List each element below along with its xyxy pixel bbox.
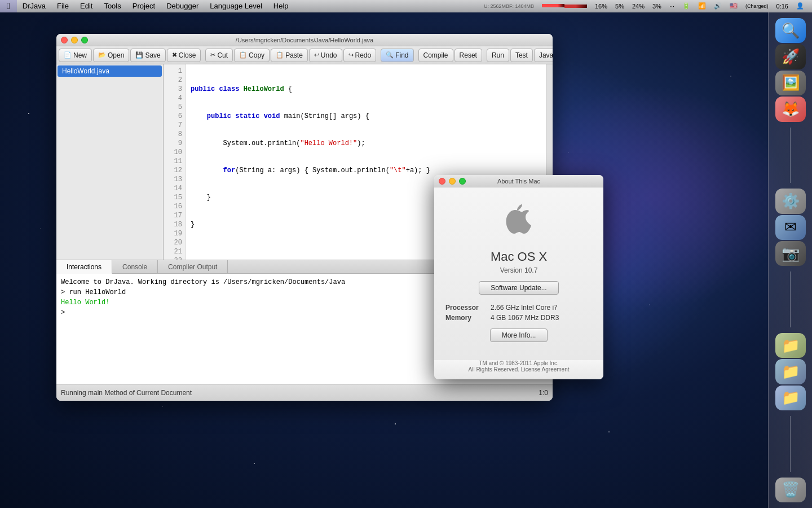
line-10: 10 — [164, 148, 186, 157]
line-17: 17 — [164, 211, 186, 220]
line-8: 8 — [164, 130, 186, 139]
about-window-controls — [439, 178, 466, 185]
menubar-drjava[interactable]: DrJava — [17, 0, 51, 12]
dock-item-photos[interactable]: 🖼️ — [775, 71, 806, 95]
camera-icon: 📷 — [782, 245, 800, 262]
close-button[interactable] — [61, 37, 68, 43]
os-version: Version 10.7 — [445, 266, 592, 274]
about-title: About This Mac — [497, 178, 540, 185]
menubar-file[interactable]: File — [51, 0, 74, 12]
save-button[interactable]: 💾 Save — [130, 49, 165, 62]
line-2: 2 — [164, 76, 186, 85]
user-icon: 👤 — [793, 0, 807, 12]
star-7 — [254, 463, 255, 464]
os-name: Mac OS X — [445, 249, 592, 264]
dock-divider-2 — [790, 271, 791, 327]
menubar-tools[interactable]: Tools — [98, 0, 126, 12]
star-4 — [395, 423, 396, 424]
footer-line-1: TM and © 1983-2011 Apple Inc. — [445, 360, 592, 366]
line-11: 11 — [164, 157, 186, 166]
line-21: 21 — [164, 247, 186, 256]
tab-console[interactable]: Console — [112, 260, 158, 274]
about-minimize-button[interactable] — [449, 178, 456, 185]
about-maximize-button[interactable] — [459, 178, 466, 185]
system-prefs-icon: ⚙️ — [782, 192, 800, 210]
apple-menu[interactable]:  — [0, 0, 17, 12]
tab-interactions[interactable]: Interactions — [56, 260, 112, 274]
compile-button[interactable]: Compile — [418, 49, 453, 62]
menubar-language-level[interactable]: Language Level — [204, 0, 268, 12]
copy-button[interactable]: 📋 Copy — [234, 49, 270, 62]
menubar-edit[interactable]: Edit — [74, 0, 98, 12]
about-close-button[interactable] — [439, 178, 445, 185]
mem-pct: 5% — [612, 0, 628, 12]
line-5: 5 — [164, 103, 186, 112]
drjava-titlebar: /Users/mgricken/Documents/Java/HelloWorl… — [56, 34, 553, 46]
menubar-help[interactable]: Help — [268, 0, 294, 12]
firefox-icon: 🦊 — [782, 100, 800, 118]
line-9: 9 — [164, 139, 186, 148]
dock-item-firefox[interactable]: 🦊 — [775, 97, 806, 121]
tab-compiler-output[interactable]: Compiler Output — [158, 260, 228, 274]
status-text: Running main Method of Current Document — [61, 389, 192, 397]
menubar-project[interactable]: Project — [127, 0, 161, 12]
more-info-button[interactable]: More Info... — [490, 329, 548, 342]
line-18: 18 — [164, 220, 186, 229]
javadoc-button[interactable]: Javadoc — [534, 49, 553, 62]
redo-button[interactable]: ↪ Redo — [343, 49, 377, 62]
line-13: 13 — [164, 175, 186, 184]
cut-icon: ✂ — [210, 51, 215, 59]
about-dialog: About This Mac Mac OS X Version 10.7 Sof… — [434, 175, 603, 379]
test-button[interactable]: Test — [510, 49, 533, 62]
dock-item-folder1[interactable]: 📁 — [775, 333, 806, 358]
dots-icon: ··· — [666, 0, 678, 12]
new-button[interactable]: 📄 New — [59, 49, 92, 62]
dock-item-launchpad[interactable]: 🚀 — [775, 44, 806, 69]
processor-label: Processor — [445, 304, 491, 312]
line-15: 15 — [164, 193, 186, 202]
battery-charged: (Charged) — [742, 0, 772, 12]
dock-item-mail[interactable]: ✉ — [775, 215, 806, 240]
maximize-button[interactable] — [81, 37, 88, 43]
processor-value: 2.66 GHz Intel Core i7 — [491, 304, 558, 312]
flag-icon: 🇺🇸 — [726, 0, 741, 12]
cpu-usage: U: 2562MB F: 1404MB — [480, 0, 537, 12]
dock-item-folder2[interactable]: 📁 — [775, 359, 806, 384]
clock: 0:16 — [773, 0, 792, 12]
dock-item-finder[interactable]: 🔍 — [775, 18, 806, 43]
find-button[interactable]: 🔍 Find — [381, 49, 413, 62]
run-button[interactable]: Run — [487, 49, 509, 62]
apple-logo-container — [496, 199, 541, 244]
line-16: 16 — [164, 202, 186, 211]
launchpad-icon: 🚀 — [782, 48, 800, 65]
dock-item-camera[interactable]: 📷 — [775, 241, 806, 266]
line-19: 19 — [164, 229, 186, 238]
dock: 🔍 🚀 🖼️ 🦊 ⚙️ ✉ 📷 📁 — [768, 12, 812, 508]
paste-button[interactable]: 📋 Paste — [271, 49, 308, 62]
minimize-button[interactable] — [71, 37, 78, 43]
about-titlebar: About This Mac — [434, 175, 603, 187]
line-12: 12 — [164, 166, 186, 175]
window-title: /Users/mgricken/Documents/Java/HelloWorl… — [236, 37, 373, 43]
net-pct: 3% — [649, 0, 665, 12]
line-1: 1 — [164, 67, 186, 76]
open-icon: 📂 — [98, 51, 106, 59]
open-button[interactable]: 📂 Open — [93, 49, 129, 62]
cpu-pct: 16% — [592, 0, 611, 12]
menubar-debugger[interactable]: Debugger — [161, 0, 204, 12]
dock-item-trash[interactable]: 🗑️ — [775, 478, 806, 502]
apple-logo — [496, 199, 541, 244]
file-item-helloworldjava[interactable]: HelloWorld.java — [58, 65, 162, 77]
software-update-button[interactable]: Software Update... — [479, 281, 558, 295]
cut-button[interactable]: ✂ Cut — [205, 49, 233, 62]
folder1-icon: 📁 — [782, 337, 800, 354]
line-7: 7 — [164, 121, 186, 130]
code-line-2: public static void main(String[] args) { — [191, 112, 541, 121]
copy-icon: 📋 — [239, 51, 247, 59]
reset-button[interactable]: Reset — [454, 49, 482, 62]
dock-item-folder3[interactable]: 📁 — [775, 386, 806, 410]
menubar:  DrJava File Edit Tools Project Debugge… — [0, 0, 812, 12]
dock-item-system-prefs[interactable]: ⚙️ — [775, 189, 806, 213]
close-doc-button[interactable]: ✖ Close — [167, 49, 201, 62]
undo-button[interactable]: ↩ Undo — [309, 49, 342, 62]
